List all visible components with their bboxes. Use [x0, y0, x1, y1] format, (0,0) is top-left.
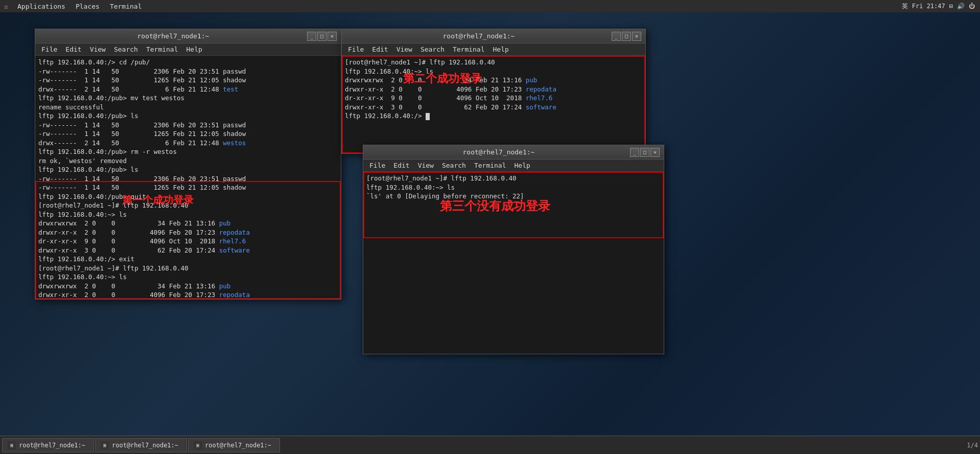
terminal-window-2: root@rhel7_node1:~ _ □ ✕ File Edit View … [341, 29, 646, 154]
taskbar: ▣ root@rhel7_node1:~ ▣ root@rhel7_node1:… [0, 436, 980, 454]
menu-terminal-2[interactable]: Terminal [449, 43, 489, 56]
menu-search-1[interactable]: Search [110, 43, 142, 56]
clock: Fri 21:47 [912, 3, 945, 10]
menu-bar-2: File Edit View Search Terminal Help [342, 43, 645, 56]
terminal-window-3: root@rhel7_node1:~ _ □ ✕ File Edit View … [363, 145, 664, 354]
menu-edit-2[interactable]: Edit [368, 43, 392, 56]
terminal-output-2: [root@rhel7_node1 ~]# lftp 192.168.0.40 … [345, 58, 642, 121]
window-title-1: root@rhel7_node1:~ [39, 32, 307, 40]
terminal-output-1: lftp 192.168.0.40:/> cd /pub/ -rw-------… [38, 58, 338, 299]
window-title-3: root@rhel7_node1:~ [367, 148, 630, 156]
close-button-1[interactable]: ✕ [328, 32, 337, 41]
maximize-button-1[interactable]: □ [317, 32, 326, 41]
menu-search-3[interactable]: Search [438, 160, 470, 172]
window-title-2: root@rhel7_node1:~ [346, 32, 612, 40]
taskbar-label-2: root@rhel7_node1:~ [112, 442, 178, 449]
titlebar-2: root@rhel7_node1:~ _ □ ✕ [342, 29, 645, 43]
menu-file-3[interactable]: File [365, 160, 389, 172]
window-controls-3: _ □ ✕ [630, 148, 660, 157]
menu-help-3[interactable]: Help [510, 160, 534, 172]
minimize-button-2[interactable]: _ [612, 32, 621, 41]
menu-edit-3[interactable]: Edit [389, 160, 413, 172]
applications-menu[interactable]: Applications [12, 0, 71, 12]
menu-view-3[interactable]: View [414, 160, 438, 172]
places-menu[interactable]: Places [71, 0, 105, 12]
maximize-button-3[interactable]: □ [640, 148, 649, 157]
taskbar-icon-3: ▣ [194, 441, 202, 449]
taskbar-label-1: root@rhel7_node1:~ [19, 442, 85, 449]
menu-file-2[interactable]: File [344, 43, 368, 56]
desktop: ☆ Applications Places Terminal 英 Fri 21:… [0, 0, 980, 454]
titlebar-1: root@rhel7_node1:~ _ □ ✕ [35, 29, 341, 43]
taskbar-icon-2: ▣ [101, 441, 109, 449]
taskbar-page-indicator: 1/4 [967, 442, 978, 449]
menu-bar-1: File Edit View Search Terminal Help [35, 43, 341, 56]
taskbar-label-3: root@rhel7_node1:~ [205, 442, 271, 449]
titlebar-3: root@rhel7_node1:~ _ □ ✕ [363, 145, 664, 160]
taskbar-item-2[interactable]: ▣ root@rhel7_node1:~ [95, 438, 187, 452]
close-button-2[interactable]: ✕ [632, 32, 641, 41]
menu-help-2[interactable]: Help [489, 43, 513, 56]
power-icon: ⏻ [969, 3, 975, 10]
minimize-button-1[interactable]: _ [307, 32, 316, 41]
terminal-window-1: root@rhel7_node1:~ _ □ ✕ File Edit View … [35, 29, 341, 300]
menu-help-1[interactable]: Help [182, 43, 206, 56]
top-bar-right: 英 Fri 21:47 ⊟ 🔊 ⏻ [902, 2, 980, 11]
top-bar-left: ☆ Applications Places Terminal [0, 0, 147, 12]
app-logo: ☆ [0, 0, 12, 12]
terminal-body-3[interactable]: [root@rhel7_node1 ~]# lftp 192.168.0.40 … [363, 172, 664, 354]
menu-view-1[interactable]: View [86, 43, 110, 56]
menu-terminal-3[interactable]: Terminal [470, 160, 510, 172]
taskbar-item-1[interactable]: ▣ root@rhel7_node1:~ [2, 438, 94, 452]
menu-edit-1[interactable]: Edit [61, 43, 85, 56]
window-controls-2: _ □ ✕ [612, 32, 641, 41]
taskbar-icon-1: ▣ [8, 441, 16, 449]
terminal-body-2[interactable]: [root@rhel7_node1 ~]# lftp 192.168.0.40 … [342, 56, 645, 153]
language-indicator: 英 [902, 2, 908, 11]
menu-view-2[interactable]: View [392, 43, 416, 56]
menu-file-1[interactable]: File [37, 43, 61, 56]
menu-bar-3: File Edit View Search Terminal Help [363, 160, 664, 172]
terminal-menu[interactable]: Terminal [105, 0, 147, 12]
minimize-button-3[interactable]: _ [630, 148, 639, 157]
maximize-button-2[interactable]: □ [622, 32, 631, 41]
menu-search-2[interactable]: Search [416, 43, 449, 56]
taskbar-item-3[interactable]: ▣ root@rhel7_node1:~ [188, 438, 280, 452]
window-controls-1: _ □ ✕ [307, 32, 337, 41]
terminal-body-1[interactable]: lftp 192.168.0.40:/> cd /pub/ -rw-------… [35, 56, 341, 299]
top-menubar: ☆ Applications Places Terminal 英 Fri 21:… [0, 0, 980, 12]
volume-icon: 🔊 [957, 3, 965, 10]
network-icon: ⊟ [949, 3, 953, 10]
menu-terminal-1[interactable]: Terminal [142, 43, 182, 56]
close-button-3[interactable]: ✕ [650, 148, 660, 157]
terminal-output-3: [root@rhel7_node1 ~]# lftp 192.168.0.40 … [366, 174, 661, 201]
